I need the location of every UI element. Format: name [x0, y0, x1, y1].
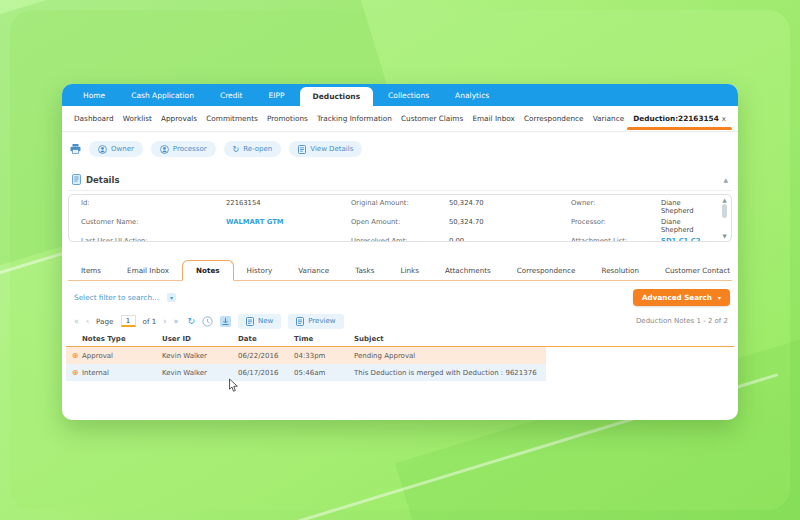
history-clock-icon[interactable]: [202, 316, 213, 327]
nav-item-home[interactable]: Home: [70, 84, 118, 106]
nav-item-deductions[interactable]: Deductions: [300, 87, 374, 106]
tab-attachments[interactable]: Attachments: [432, 261, 504, 280]
new-button-label: New: [258, 317, 273, 325]
filter-placeholder: Select filter to search...: [74, 293, 159, 302]
print-button[interactable]: [70, 144, 81, 154]
subnav-item-dashboard[interactable]: Dashboard: [74, 114, 114, 123]
subnav-item-correspondence[interactable]: Correspondence: [524, 114, 584, 123]
main-nav: Home Cash Application Credit EIPP Deduct…: [62, 84, 738, 106]
table-row[interactable]: ⊕ Approval Kevin Walker 06/22/2016 04:33…: [66, 347, 546, 364]
subnav-item-variance[interactable]: Variance: [593, 114, 625, 123]
field-label-processor: Processor:: [571, 218, 661, 234]
collapse-arrow-icon[interactable]: ▲: [723, 176, 728, 183]
reopen-button-label: Re-open: [243, 145, 272, 153]
subnav-item-commitments[interactable]: Commitments: [206, 114, 258, 123]
field-label-attachment-list: Attachment List:: [571, 237, 661, 242]
notes-table: Notes Type User ID Date Time Subject ⊕ A…: [66, 332, 734, 381]
preview-button[interactable]: Preview: [288, 314, 343, 329]
advanced-search-label: Advanced Search: [642, 293, 712, 302]
scroll-up-icon[interactable]: ▲: [722, 197, 726, 203]
cell-subject: This Deduction is merged with Deduction …: [354, 369, 546, 377]
nav-item-cash-application[interactable]: Cash Application: [118, 84, 207, 106]
record-range-text: Deduction Notes 1 - 2 of 2: [636, 317, 728, 325]
tab-variance[interactable]: Variance: [285, 261, 342, 280]
subnav-tab-deduction[interactable]: Deduction:22163154x: [633, 114, 726, 130]
next-page-icon[interactable]: ›: [163, 317, 166, 326]
export-icon[interactable]: [220, 316, 231, 327]
tab-links[interactable]: Links: [387, 261, 431, 280]
refresh-icon[interactable]: ↻: [187, 316, 195, 326]
owner-button[interactable]: Owner: [89, 141, 143, 157]
processor-button-label: Processor: [173, 145, 207, 153]
action-toolbar: Owner Processor ↻ Re-open View Details: [62, 132, 738, 164]
cell-notes-type: Internal: [82, 369, 162, 377]
pagination-bar: « ‹ Page of 1 › » ↻ New Preview Deductio…: [74, 312, 728, 330]
field-label-last-user-ui-action: Last User UI Action:: [81, 237, 226, 242]
cell-subject: Pending Approval: [354, 352, 546, 360]
details-panel: Details ▲ Id: 22163154 Original Amount: …: [68, 172, 732, 242]
nav-item-analytics[interactable]: Analytics: [442, 84, 502, 106]
col-subject: Subject: [354, 335, 734, 343]
cell-user-id: Kevin Walker: [162, 352, 238, 360]
deduction-tab-label: Deduction:22163154: [633, 114, 718, 123]
nav-item-credit[interactable]: Credit: [207, 84, 256, 106]
owner-button-label: Owner: [111, 145, 134, 153]
preview-doc-icon: [296, 317, 304, 326]
tab-tasks[interactable]: Tasks: [342, 261, 387, 280]
col-user-id: User ID: [162, 335, 238, 343]
subnav-item-worklist[interactable]: Worklist: [123, 114, 152, 123]
processor-button[interactable]: Processor: [151, 141, 216, 157]
tab-correspondence[interactable]: Correspondence: [504, 261, 589, 280]
filter-select[interactable]: Select filter to search... ▾: [74, 293, 176, 302]
last-page-icon[interactable]: »: [174, 317, 179, 326]
field-label-original-amount: Original Amount:: [351, 199, 449, 215]
new-note-button[interactable]: New: [238, 314, 281, 329]
cell-time: 05:46am: [294, 369, 354, 377]
subnav-item-customer-claims[interactable]: Customer Claims: [401, 114, 463, 123]
cell-date: 06/17/2016: [238, 369, 294, 377]
customer-name-link[interactable]: WALMART GTM: [226, 218, 351, 234]
nav-item-eipp[interactable]: EIPP: [256, 84, 298, 106]
view-details-button[interactable]: View Details: [289, 141, 362, 157]
close-icon[interactable]: x: [722, 115, 726, 123]
person-icon: [160, 145, 169, 154]
table-row[interactable]: ⊕ Internal Kevin Walker 06/17/2016 05:46…: [66, 364, 546, 381]
table-header-row: Notes Type User ID Date Time Subject: [66, 332, 734, 347]
page-input[interactable]: [121, 315, 136, 327]
export-arrow-icon: [222, 318, 229, 325]
view-details-button-label: View Details: [310, 145, 353, 153]
nav-item-collections[interactable]: Collections: [375, 84, 442, 106]
details-fields: Id: 22163154 Original Amount: 50,324.70 …: [68, 194, 732, 242]
page-of-label: of 1: [143, 317, 157, 326]
details-scrollbar[interactable]: ▲ ▼: [720, 197, 729, 239]
scroll-thumb[interactable]: [722, 204, 727, 218]
tab-customer-contact[interactable]: Customer Contact: [652, 261, 743, 280]
tab-notes[interactable]: Notes: [182, 260, 234, 281]
tab-email-inbox[interactable]: Email Inbox: [114, 261, 182, 280]
subnav-item-tracking-information[interactable]: Tracking Information: [317, 114, 392, 123]
chevron-down-icon[interactable]: ▾: [167, 293, 176, 302]
prev-page-icon[interactable]: ‹: [86, 317, 89, 326]
field-label-owner: Owner:: [571, 199, 661, 215]
details-title: Details: [86, 175, 120, 185]
reopen-button[interactable]: ↻ Re-open: [224, 141, 282, 157]
scroll-down-icon[interactable]: ▼: [722, 233, 726, 239]
tab-items[interactable]: Items: [68, 261, 114, 280]
subnav-item-approvals[interactable]: Approvals: [161, 114, 197, 123]
field-label-id: Id:: [81, 199, 226, 215]
tab-resolution[interactable]: Resolution: [588, 261, 652, 280]
attachment-list-link[interactable]: SD1 C1 C2: [661, 237, 713, 242]
cell-notes-type: Approval: [82, 352, 162, 360]
expand-row-icon[interactable]: ⊕: [68, 351, 82, 360]
expand-row-icon[interactable]: ⊕: [68, 368, 82, 377]
new-doc-icon: [246, 317, 254, 326]
subnav-item-email-inbox[interactable]: Email Inbox: [472, 114, 515, 123]
tab-history[interactable]: History: [234, 261, 286, 280]
app-window: Home Cash Application Credit EIPP Deduct…: [62, 84, 738, 420]
field-label-unresolved-amt: Unresolved Amt:: [351, 237, 449, 242]
subnav-item-promotions[interactable]: Promotions: [267, 114, 308, 123]
chevron-down-icon: ▾: [718, 294, 721, 301]
field-value-open-amount: 50,324.70: [449, 218, 571, 234]
advanced-search-button[interactable]: Advanced Search ▾: [633, 289, 730, 306]
first-page-icon[interactable]: «: [74, 317, 79, 326]
